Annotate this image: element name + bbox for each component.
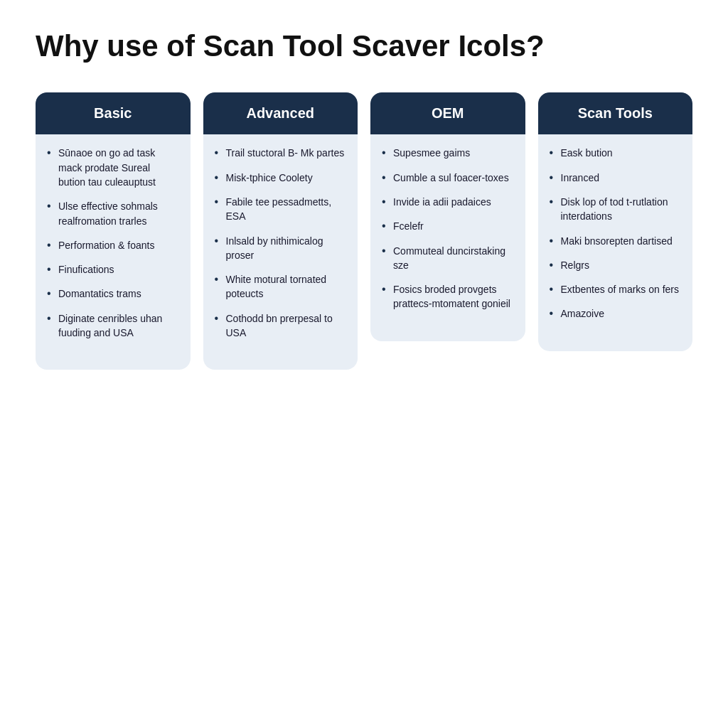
list-item: Maki bnsorepten dartised <box>550 234 682 248</box>
list-item: Diginate cenribles uhan fuuding and USA <box>47 311 179 341</box>
list-item: Commuteal duncirstaking sze <box>382 244 514 273</box>
column-body-basic: Sūnaoe on go ad task mack prodate Sureal… <box>36 134 191 355</box>
bullet-list-scan-tools: Eask butionInrancedDisk lop of tod t-rut… <box>550 146 682 321</box>
column-basic: BasicSūnaoe on go ad task mack prodate S… <box>36 92 191 370</box>
list-item: Misk-tphice Coolety <box>215 171 347 185</box>
column-header-advanced: Advanced <box>203 92 358 134</box>
list-item: Supesmee gaims <box>382 146 514 160</box>
column-header-oem: OEM <box>370 92 525 134</box>
bullet-list-oem: Supesmee gaimsCumble a sul foacer-toxesI… <box>382 146 514 311</box>
list-item: Invide ia adii padaices <box>382 195 514 209</box>
list-item: Performation & foants <box>47 238 179 252</box>
list-item: Amazoive <box>550 306 682 321</box>
column-advanced: AdvancedTrail stuctoral B- Mk partesMisk… <box>203 92 358 370</box>
column-body-scan-tools: Eask butionInrancedDisk lop of tod t-rut… <box>538 134 693 336</box>
list-item: Disk lop of tod t-rutlation interdations <box>550 195 682 224</box>
bullet-list-advanced: Trail stuctoral B- Mk partesMisk-tphice … <box>215 146 347 340</box>
list-item: Fcelefr <box>382 219 514 233</box>
column-header-basic: Basic <box>36 92 191 134</box>
column-body-oem: Supesmee gaimsCumble a sul foacer-toxesI… <box>370 134 525 326</box>
list-item: White motural tornated poteucts <box>215 272 347 301</box>
column-body-advanced: Trail stuctoral B- Mk partesMisk-tphice … <box>203 134 358 355</box>
list-item: Sūnaoe on go ad task mack prodate Sureal… <box>47 146 179 189</box>
list-item: Extbentes of marks on fers <box>550 282 682 296</box>
list-item: Relgrs <box>550 258 682 272</box>
list-item: Finufications <box>47 262 179 277</box>
columns-container: BasicSūnaoe on go ad task mack prodate S… <box>36 92 692 370</box>
list-item: Eask bution <box>550 146 682 160</box>
column-oem: OEMSupesmee gaimsCumble a sul foacer-tox… <box>370 92 525 341</box>
bullet-list-basic: Sūnaoe on go ad task mack prodate Sureal… <box>47 146 179 340</box>
list-item: Fosics broded provgets prattecs-mtomaten… <box>382 282 514 311</box>
list-item: Trail stuctoral B- Mk partes <box>215 146 347 160</box>
list-item: Cumble a sul foacer-toxes <box>382 171 514 185</box>
list-item: Ulse effective sohmals realfromation tra… <box>47 199 179 228</box>
list-item: Inlsald by nithimicalog proser <box>215 234 347 263</box>
list-item: Cothodd bn prerpesal to USA <box>215 311 347 341</box>
page-title: Why use of Scan Tool Scaver Icols? <box>36 28 692 64</box>
column-scan-tools: Scan ToolsEask butionInrancedDisk lop of… <box>538 92 693 350</box>
list-item: Inranced <box>550 171 682 185</box>
column-header-scan-tools: Scan Tools <box>538 92 693 134</box>
list-item: Domantatics trams <box>47 287 179 301</box>
list-item: Fabile tee pessadmetts, ESA <box>215 195 347 224</box>
